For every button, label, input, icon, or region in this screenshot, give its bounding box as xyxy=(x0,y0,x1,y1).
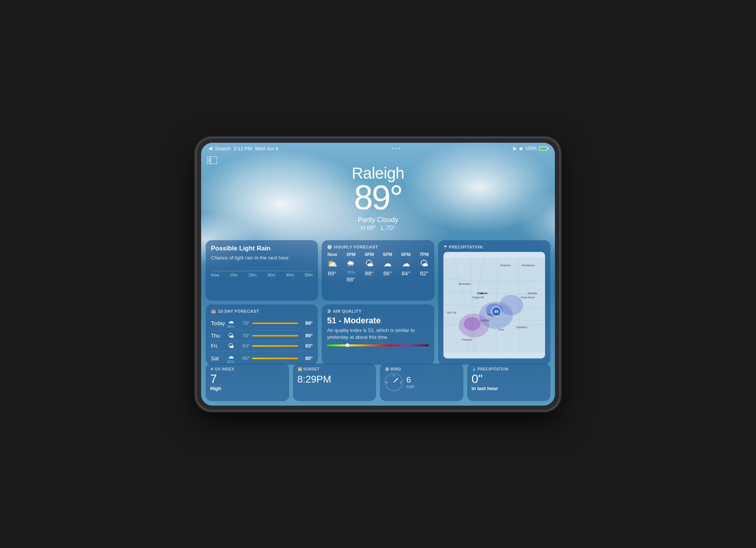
airquality-description: Air quality index is 51, which is simila… xyxy=(327,327,429,341)
forecast-row-fri: Fri 🌤 63° 83° xyxy=(211,341,313,351)
precip-map-label: ☂ PRECIPITATION xyxy=(443,245,545,250)
forecast-row-thu: Thu 🌤 70° 89° xyxy=(211,331,313,341)
svg-text:Dunn: Dunn xyxy=(498,328,504,331)
svg-text:Burlington: Burlington xyxy=(459,282,471,286)
status-bar: ◀ Search 2:11 PM Wed Jun 8 ▶ ◉ 100% xyxy=(201,143,555,153)
back-arrow-icon: ◀ xyxy=(209,146,212,151)
hourly-item-5pm: 5PM ☁ 86° xyxy=(383,252,392,282)
sidebar-toggle-button[interactable] xyxy=(207,156,217,165)
svg-text:Roxboro: Roxboro xyxy=(500,264,510,267)
ipad-frame: ◀ Search 2:11 PM Wed Jun 8 ▶ ◉ 100% xyxy=(197,138,559,410)
hourly-items: Now ⛅ 89° 3PM 🌧 30% 88° 4PM 🌤 88° xyxy=(327,252,429,282)
forecast-bar-thu xyxy=(252,335,298,337)
status-left: ◀ Search 2:11 PM Wed Jun 8 xyxy=(209,146,279,151)
hourly-item-7pm: 7PM 🌤 82° xyxy=(420,252,429,282)
svg-text:Chapel Hill: Chapel Hill xyxy=(472,296,483,299)
forecast-icon-fri: 🌤 xyxy=(228,343,234,349)
precip-value: 0" xyxy=(472,373,546,385)
sunset-icon: 🌅 xyxy=(297,367,302,371)
forecast-row-sat: Sat ☁ 60% 65° 80° xyxy=(211,351,313,365)
calendar-icon: 📅 xyxy=(211,309,217,314)
sun-icon: ☀ xyxy=(210,367,214,371)
airquality-label: 🌫 AIR QUALITY xyxy=(327,309,429,313)
svg-text:Goldsboro: Goldsboro xyxy=(516,326,527,329)
airquality-bar xyxy=(327,344,429,346)
precipitation-map-card: ☂ PRECIPITATION xyxy=(438,240,550,365)
hourly-item-6pm: 6PM ☁ 84° xyxy=(401,252,411,282)
forecast-bar-fri xyxy=(252,345,298,347)
svg-text:E: E xyxy=(400,381,402,384)
forecast-bar-today xyxy=(252,323,298,324)
hi-lo: H:89° L:70° xyxy=(201,225,555,232)
hourly-icon-now: ⛅ xyxy=(327,259,337,269)
dot-3 xyxy=(398,148,400,149)
battery-fill xyxy=(540,147,546,150)
uv-label: ☀ UV INDEX xyxy=(210,367,285,371)
forecast-list: Today ☁ 40% 70° 89° Thu 🌤 xyxy=(211,316,313,365)
status-center xyxy=(392,148,400,149)
umbrella-icon: ☂ xyxy=(443,245,448,250)
rain-description: Chance of light rain in the next hour. xyxy=(211,255,313,261)
airquality-icon: 🌫 xyxy=(327,309,332,313)
rain-card: Possible Light Rain Chance of light rain… xyxy=(206,240,318,301)
temperature-display: 89° xyxy=(201,181,555,215)
city-header: Raleigh 89° Partly Cloudy H:89° L:70° xyxy=(201,153,555,232)
sunset-value: 8:29PM xyxy=(297,374,372,385)
svg-point-16 xyxy=(499,295,523,315)
forecast-bar-sat xyxy=(252,358,298,359)
precip-small-label: 💧 PRECIPITATION xyxy=(472,367,546,371)
dot-1 xyxy=(392,148,393,149)
svg-text:Pinehurst: Pinehurst xyxy=(462,338,472,341)
hourly-icon-6pm: ☁ xyxy=(402,259,410,269)
precipitation-card: 💧 PRECIPITATION 0" in last hour xyxy=(467,363,551,401)
forecast-icon-sat: ☁ xyxy=(228,353,234,360)
svg-text:W: W xyxy=(385,381,388,384)
wind-speed-display: 6 mph xyxy=(406,376,414,389)
uv-value: 7 xyxy=(210,373,285,385)
svg-text:Henderson: Henderson xyxy=(521,264,534,267)
tenday-label: 📅 10-DAY FORECAST xyxy=(211,309,313,314)
rain-dots: · · · · · · · · · · · · · · · · · · · · … xyxy=(211,265,313,271)
precip-subtitle: in last hour xyxy=(472,386,546,391)
wind-display: N E W 6 mph xyxy=(384,373,459,392)
forecast-icon-thu: 🌤 xyxy=(228,332,234,339)
airquality-indicator xyxy=(345,343,349,347)
hourly-item-3pm: 3PM 🌧 30% 88° xyxy=(346,252,356,282)
hourly-forecast-card: 🕐 HOURLY FORECAST Now ⛅ 89° 3PM 🌧 30% 88… xyxy=(322,240,434,301)
uv-index-card: ☀ UV INDEX 7 High xyxy=(206,363,289,401)
rain-timeline: · · · · · · · · · · · · · · · · · · · · … xyxy=(211,265,313,277)
search-label[interactable]: Search xyxy=(215,146,231,151)
ipad-screen: ◀ Search 2:11 PM Wed Jun 8 ▶ ◉ 100% xyxy=(201,143,555,406)
svg-text:Rocky Mount: Rocky Mount xyxy=(521,296,534,299)
hourly-icon-5pm: ☁ xyxy=(383,259,392,269)
status-time: 2:11 PM xyxy=(234,146,252,151)
tenday-forecast-card: 📅 10-DAY FORECAST Today ☁ 40% 70° 89° xyxy=(206,304,318,365)
svg-text:Nashville: Nashville xyxy=(527,292,537,295)
rain-title: Possible Light Rain xyxy=(211,245,313,252)
hourly-item-now: Now ⛅ 89° xyxy=(327,252,337,282)
svg-point-34 xyxy=(480,292,482,294)
svg-point-18 xyxy=(464,317,481,330)
svg-text:Siler City: Siler City xyxy=(447,311,457,314)
wind-icon: 💨 xyxy=(384,367,389,371)
battery-icon xyxy=(539,147,547,151)
svg-text:Durham: Durham xyxy=(477,292,487,295)
forecast-row-today: Today ☁ 40% 70° 89° xyxy=(211,316,313,331)
raindrop-icon: 💧 xyxy=(472,367,477,371)
svg-text:Sanford: Sanford xyxy=(480,319,490,322)
wifi-icon: ◉ xyxy=(519,146,523,151)
wind-speed: 6 xyxy=(406,376,414,384)
map-svg: Roxboro Henderson Burlington Durham Chap… xyxy=(443,252,545,358)
battery-percent: 100% xyxy=(525,146,537,151)
condition-text: Partly Cloudy xyxy=(201,216,555,224)
dot-2 xyxy=(395,148,397,149)
map-container: Roxboro Henderson Burlington Durham Chap… xyxy=(443,252,545,358)
main-grid: Possible Light Rain Chance of light rain… xyxy=(206,240,550,365)
uv-category: High xyxy=(210,386,285,391)
forecast-icon-today: ☁ xyxy=(228,318,234,325)
status-right: ▶ ◉ 100% xyxy=(513,146,547,151)
hourly-label: 🕐 HOURLY FORECAST xyxy=(327,245,429,250)
svg-text:N: N xyxy=(393,374,395,377)
svg-text:My Location: My Location xyxy=(487,313,500,316)
sunset-label: 🌅 SUNSET xyxy=(297,367,372,371)
